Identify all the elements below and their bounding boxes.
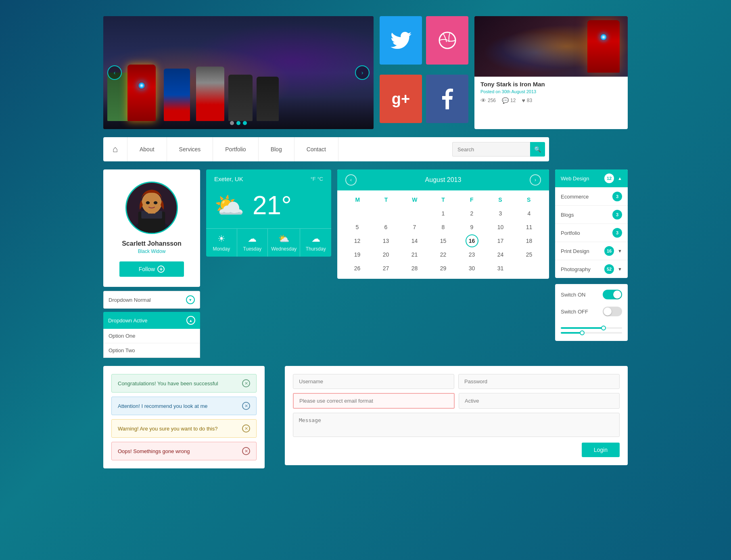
nav-item-blog[interactable]: Blog [259, 137, 294, 161]
cal-day-12[interactable]: 12 [351, 234, 364, 247]
monday-label: Monday [213, 246, 230, 252]
slider-1-knob[interactable] [601, 326, 606, 330]
nav-item-about[interactable]: About [127, 137, 167, 161]
cal-day-23[interactable]: 23 [466, 248, 478, 261]
forecast-thursday[interactable]: ☁ Thursday [300, 229, 331, 257]
cal-day-20[interactable]: 20 [380, 248, 393, 261]
cal-day-empty [523, 262, 536, 275]
forecast-monday[interactable]: ☀ Monday [206, 229, 237, 257]
calendar-next-button[interactable]: › [530, 174, 541, 186]
cal-day-4[interactable]: 4 [523, 207, 536, 220]
cal-day-21[interactable]: 21 [408, 248, 421, 261]
nav-items: About Services Portfolio Blog Contact [127, 137, 448, 161]
toggle-knob-on [613, 290, 621, 299]
cal-day-31[interactable]: 31 [494, 262, 507, 275]
sidebar-cat-blogs[interactable]: Blogs 3 [555, 206, 628, 224]
svg-point-0 [439, 32, 455, 48]
message-textarea[interactable] [293, 413, 620, 437]
cal-day-29[interactable]: 29 [437, 262, 450, 275]
nav-item-services[interactable]: Services [167, 137, 213, 161]
svg-point-6 [142, 192, 162, 213]
cal-day-16-today[interactable]: 16 [466, 234, 478, 247]
search-button[interactable]: 🔍 [530, 142, 545, 157]
dropdown-options: Option One Option Two [103, 329, 200, 358]
dribbble-tile[interactable] [426, 16, 468, 65]
toggle-on[interactable] [603, 290, 622, 299]
cal-day-2[interactable]: 2 [466, 207, 478, 220]
article-card-image [474, 16, 628, 77]
blogs-count-badge: 3 [612, 210, 622, 219]
slider-2-knob[interactable] [580, 330, 585, 335]
cal-day-30[interactable]: 30 [466, 262, 478, 275]
login-button[interactable]: Login [582, 443, 620, 457]
gplus-tile[interactable]: g+ [380, 75, 422, 123]
dropdown-normal[interactable]: Dropdown Normal ▾ [103, 291, 200, 309]
cal-day-17[interactable]: 17 [494, 234, 507, 247]
forecast-tuesday[interactable]: ☁ Tuesday [237, 229, 268, 257]
follow-button[interactable]: Follow + [119, 261, 184, 277]
weather-location: Exeter, UK [214, 176, 243, 182]
hero-dot-2[interactable] [236, 121, 240, 125]
nav-item-portfolio[interactable]: Portfolio [213, 137, 258, 161]
slider-1-track[interactable] [561, 327, 622, 329]
forecast-wednesday[interactable]: ⛅ Wednesday [268, 229, 300, 257]
nav-home-button[interactable]: ⌂ [103, 137, 127, 161]
cal-day-14[interactable]: 14 [408, 234, 421, 247]
hero-dot-3[interactable] [243, 121, 247, 125]
cal-day-1[interactable]: 1 [437, 207, 450, 220]
active-input[interactable] [459, 393, 620, 409]
nav-item-contact[interactable]: Contact [294, 137, 338, 161]
search-input[interactable] [452, 142, 530, 157]
cal-day-27[interactable]: 27 [380, 262, 393, 275]
cal-day-24[interactable]: 24 [494, 248, 507, 261]
calendar-prev-button[interactable]: ‹ [345, 174, 357, 186]
username-input[interactable] [293, 374, 454, 389]
toggle-off[interactable] [603, 307, 622, 316]
cal-day-3[interactable]: 3 [494, 207, 507, 220]
sidebar-cat-photography[interactable]: Photography 52 ▼ [555, 260, 628, 278]
cal-day-13[interactable]: 13 [380, 234, 393, 247]
cal-day-25[interactable]: 25 [523, 248, 536, 261]
slider-2-fill [561, 332, 582, 334]
likes-icon: ♥ [522, 97, 525, 104]
sidebar-cat-ecommerce[interactable]: Ecommerce 3 [555, 188, 628, 206]
cal-day-19[interactable]: 19 [351, 248, 364, 261]
password-input[interactable] [458, 374, 620, 389]
alert-warning-close[interactable]: ✕ [242, 424, 250, 433]
dropdown-option-1[interactable]: Option One [104, 329, 200, 343]
alert-success-close[interactable]: ✕ [242, 379, 250, 387]
sidebar-cat-portfolio[interactable]: Portfolio 3 [555, 224, 628, 242]
twitter-tile[interactable] [380, 16, 422, 65]
sidebar-cat-webdesign[interactable]: Web Design 12 ▲ [555, 169, 628, 188]
printdesign-count-badge: 16 [604, 246, 614, 256]
cal-day-11[interactable]: 11 [523, 221, 536, 234]
facebook-tile[interactable] [426, 75, 468, 123]
cal-day-18[interactable]: 18 [523, 234, 536, 247]
tuesday-icon: ☁ [248, 234, 257, 244]
cal-day-15[interactable]: 15 [437, 234, 450, 247]
cal-day-6[interactable]: 6 [380, 221, 393, 234]
ecommerce-count-badge: 3 [612, 192, 622, 201]
cal-day-22[interactable]: 22 [437, 248, 450, 261]
email-input[interactable] [293, 393, 455, 409]
svg-point-7 [146, 201, 150, 205]
cal-day-7[interactable]: 7 [408, 221, 421, 234]
sidebar-cat-printdesign[interactable]: Print Design 16 ▼ [555, 242, 628, 260]
cal-day-9[interactable]: 9 [466, 221, 478, 234]
dropdown-option-2[interactable]: Option Two [104, 343, 200, 357]
hero-prev-button[interactable]: ‹ [107, 65, 122, 80]
hero-next-button[interactable]: › [355, 65, 370, 80]
cal-day-10[interactable]: 10 [494, 221, 507, 234]
cal-day-26[interactable]: 26 [351, 262, 364, 275]
cal-day-28[interactable]: 28 [408, 262, 421, 275]
alert-info-close[interactable]: ✕ [242, 402, 250, 410]
alert-error-close[interactable]: ✕ [242, 447, 250, 455]
hero-dot-1[interactable] [230, 121, 234, 125]
alert-warning: Warning! Are you sure you want to do thi… [111, 419, 257, 438]
main-content-row: Scarlett Johansson Black Widow Follow + … [103, 169, 628, 358]
cal-day-8[interactable]: 8 [437, 221, 450, 234]
slider-2-track[interactable] [561, 332, 622, 334]
dropdown-active[interactable]: Dropdown Active ▴ [103, 312, 200, 329]
calendar-days-header: M T W T F S S [343, 194, 543, 205]
cal-day-5[interactable]: 5 [351, 221, 364, 234]
